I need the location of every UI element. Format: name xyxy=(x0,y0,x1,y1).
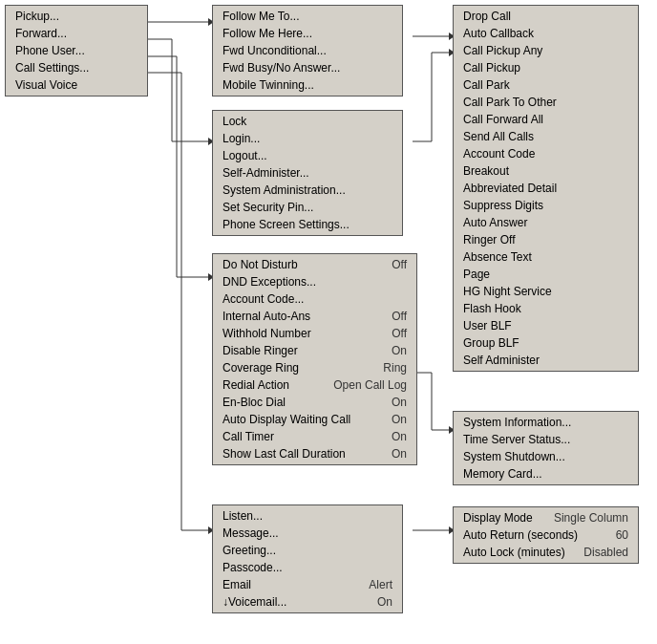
menu-item-hg-night-service[interactable]: HG Night Service xyxy=(454,283,638,300)
menu-item-self-administer-feat[interactable]: Self Administer xyxy=(454,352,638,369)
menu-item-ringer-off[interactable]: Ringer Off xyxy=(454,231,638,248)
menu-item-user-blf[interactable]: User BLF xyxy=(454,317,638,334)
menu-item-page[interactable]: Page xyxy=(454,266,638,283)
menu-item-memory-card[interactable]: Memory Card... xyxy=(454,465,638,483)
menu-item-redial-action[interactable]: Redial Action Open Call Log xyxy=(213,376,416,394)
menu-item-visual-voice[interactable]: Visual Voice xyxy=(6,76,147,94)
menu-item-phone-user[interactable]: Phone User... xyxy=(6,42,147,59)
menu-item-auto-return[interactable]: Auto Return (seconds) 60 xyxy=(454,526,638,544)
menu-system: System Information... Time Server Status… xyxy=(453,411,639,485)
menu-item-en-bloc-dial[interactable]: En-Bloc Dial On xyxy=(213,394,416,411)
menu-display-settings: Display Mode Single Column Auto Return (… xyxy=(453,506,639,564)
menu-item-lock[interactable]: Lock xyxy=(213,113,402,130)
menu-call-settings: Do Not Disturb Off DND Exceptions... Acc… xyxy=(212,253,417,465)
menu-item-fwd-busy[interactable]: Fwd Busy/No Answer... xyxy=(213,59,402,76)
menu-follow-me: Follow Me To... Follow Me Here... Fwd Un… xyxy=(212,5,403,97)
menu-item-account-code[interactable]: Account Code... xyxy=(213,290,416,308)
menu-item-internal-auto-ans[interactable]: Internal Auto-Ans Off xyxy=(213,308,416,325)
menu-item-system-shutdown[interactable]: System Shutdown... xyxy=(454,448,638,465)
menu-item-send-all-calls[interactable]: Send All Calls xyxy=(454,128,638,145)
menu-item-dnd[interactable]: Do Not Disturb Off xyxy=(213,256,416,273)
menu-item-display-mode[interactable]: Display Mode Single Column xyxy=(454,509,638,526)
menu-item-time-server-status[interactable]: Time Server Status... xyxy=(454,431,638,448)
menu-item-auto-callback[interactable]: Auto Callback xyxy=(454,25,638,42)
menu-item-dnd-exceptions[interactable]: DND Exceptions... xyxy=(213,273,416,290)
menu-item-set-security-pin[interactable]: Set Security Pin... xyxy=(213,199,402,216)
menu-item-abbreviated-detail[interactable]: Abbreviated Detail xyxy=(454,180,638,197)
menu-item-coverage-ring[interactable]: Coverage Ring Ring xyxy=(213,359,416,376)
menu-item-withhold-number[interactable]: Withhold Number Off xyxy=(213,325,416,342)
menu-item-call-pickup-any[interactable]: Call Pickup Any xyxy=(454,42,638,59)
menu-item-flash-hook[interactable]: Flash Hook xyxy=(454,300,638,317)
menu-item-message[interactable]: Message... xyxy=(213,525,402,542)
menu-item-absence-text[interactable]: Absence Text xyxy=(454,248,638,266)
menu-lock-admin: Lock Login... Logout... Self-Administer.… xyxy=(212,110,403,236)
menu-item-voicemail[interactable]: ↓Voicemail... On xyxy=(213,593,402,611)
menu-item-call-pickup[interactable]: Call Pickup xyxy=(454,59,638,76)
menu-item-follow-me-here[interactable]: Follow Me Here... xyxy=(213,25,402,42)
menu-item-listen[interactable]: Listen... xyxy=(213,507,402,525)
menu-main: Pickup... Forward... Phone User... Call … xyxy=(5,5,148,97)
menu-item-show-last-call[interactable]: Show Last Call Duration On xyxy=(213,445,416,462)
menu-item-phone-screen-settings[interactable]: Phone Screen Settings... xyxy=(213,216,402,233)
menu-item-passcode[interactable]: Passcode... xyxy=(213,559,402,576)
menu-item-mobile-twinning[interactable]: Mobile Twinning... xyxy=(213,76,402,94)
menu-item-auto-answer[interactable]: Auto Answer xyxy=(454,214,638,231)
menu-item-login[interactable]: Login... xyxy=(213,130,402,147)
menu-item-forward[interactable]: Forward... xyxy=(6,25,147,42)
menu-features: Drop Call Auto Callback Call Pickup Any … xyxy=(453,5,639,372)
menu-item-auto-display[interactable]: Auto Display Waiting Call On xyxy=(213,411,416,428)
menu-item-call-park[interactable]: Call Park xyxy=(454,76,638,94)
menu-item-account-code-feat[interactable]: Account Code xyxy=(454,145,638,162)
menu-item-group-blf[interactable]: Group BLF xyxy=(454,334,638,352)
menu-item-call-park-to-other[interactable]: Call Park To Other xyxy=(454,94,638,111)
menu-item-pickup[interactable]: Pickup... xyxy=(6,8,147,25)
menu-item-suppress-digits[interactable]: Suppress Digits xyxy=(454,197,638,214)
menu-voicemail: Listen... Message... Greeting... Passcod… xyxy=(212,504,403,613)
menu-item-greeting[interactable]: Greeting... xyxy=(213,542,402,559)
menu-item-breakout[interactable]: Breakout xyxy=(454,162,638,180)
menu-item-email[interactable]: Email Alert xyxy=(213,576,402,593)
menu-item-system-admin[interactable]: System Administration... xyxy=(213,182,402,199)
menu-item-drop-call[interactable]: Drop Call xyxy=(454,8,638,25)
menu-item-auto-lock[interactable]: Auto Lock (minutes) Disabled xyxy=(454,544,638,561)
menu-item-call-timer[interactable]: Call Timer On xyxy=(213,428,416,445)
menu-item-logout[interactable]: Logout... xyxy=(213,147,402,164)
menu-container: Pickup... Forward... Phone User... Call … xyxy=(0,0,657,644)
menu-item-call-settings[interactable]: Call Settings... xyxy=(6,59,147,76)
menu-item-follow-me-to[interactable]: Follow Me To... xyxy=(213,8,402,25)
menu-item-system-information[interactable]: System Information... xyxy=(454,414,638,431)
menu-item-self-administer[interactable]: Self-Administer... xyxy=(213,164,402,182)
menu-item-call-forward-all[interactable]: Call Forward All xyxy=(454,111,638,128)
menu-item-fwd-unconditional[interactable]: Fwd Unconditional... xyxy=(213,42,402,59)
menu-item-disable-ringer[interactable]: Disable Ringer On xyxy=(213,342,416,359)
